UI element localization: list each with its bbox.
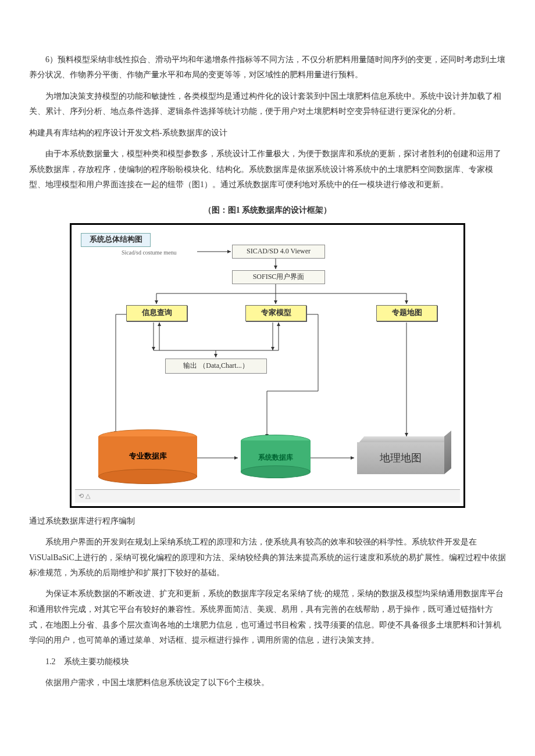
paragraph: 为保证本系统数据的不断改进、扩充和更新，系统的数据库字段定名采纳了统·的规范，采…: [29, 586, 506, 648]
paragraph: 系统用户界面的开发则在规划上采纳系统工程的原理和方法，使系统具有较高的效率和较强…: [29, 535, 506, 581]
section-heading: 构建具有库结构的程序设计开发文档-系统数据库的设计: [29, 126, 506, 141]
diagram-prof-db-label: 专业数据库: [98, 449, 197, 464]
diagram-output-box: 输出 （Data,Chart...）: [165, 359, 267, 374]
diagram-thematic-box: 专题地图: [376, 305, 437, 321]
diagram-menu-label: Sicad/sd costume menu: [122, 247, 176, 258]
diagram-query-box: 信息查询: [126, 305, 187, 321]
diagram-figure: 系统总体结构图 Sicad/sd costume menu SICAD/SD 4…: [70, 223, 465, 508]
paragraph: 为增加决策支持模型的功能和敏捷性，各类模型均是通过构件化的设计套装到中国土壤肥料…: [29, 89, 506, 120]
diagram-footer-bar: ⟲ △: [75, 489, 460, 503]
paragraph: 通过系统数据库进行程序编制: [29, 514, 506, 529]
diagram-geo-map-box: 地理地图: [357, 442, 444, 474]
diagram-expert-box: 专家模型: [245, 305, 306, 321]
diagram-prof-db-cylinder: 专业数据库: [98, 436, 197, 477]
section-heading: 1.2 系统主要功能模块: [29, 654, 506, 670]
diagram-viewer-box: SICAD/SD 4.0 Viewer: [232, 245, 325, 259]
diagram-geo-map-label: 地理地图: [380, 448, 422, 468]
diagram-title-box: 系统总体结构图: [81, 233, 151, 247]
paragraph: 依据用户需求，中国土壤肥料信息系统设定了以下6个主模块。: [29, 675, 506, 691]
diagram-footer-icon: ⟲ △: [79, 490, 90, 502]
diagram-sys-db-cylinder: 系统数据库: [241, 440, 311, 472]
paragraph: 由于本系统数据量大，模型种类和模型参数多，系统设计工作量极大，为便于数据库和系统…: [29, 146, 506, 193]
paragraph: 6）预料模型采纳非线性拟合、滑动平均和年递增条件指标等不同方法，不仅分析肥料用量…: [29, 52, 506, 83]
figure-caption: （图：图1 系统数据库的设计框架）: [29, 203, 506, 218]
diagram-ui-box: SOFISC用户界面: [232, 270, 325, 284]
diagram-sys-db-label: 系统数据库: [241, 451, 311, 464]
